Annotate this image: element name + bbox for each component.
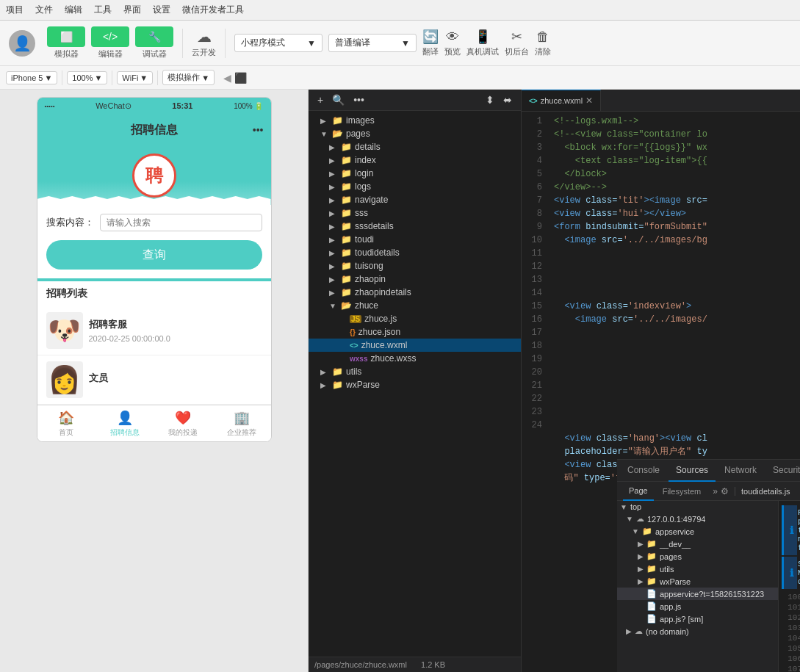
tab-security[interactable]: Security (765, 460, 800, 482)
tree-item-sssdetails[interactable]: ▶ 📁 sssdetails (309, 220, 521, 233)
tree-item-utils[interactable]: ▶ 📁 utils (309, 365, 521, 378)
phone-more-btn[interactable]: ••• (253, 124, 264, 136)
rotate-left-btn[interactable]: ◀ (223, 72, 231, 84)
nav-jobs-label: 招聘信息 (110, 427, 140, 438)
tree-item-zhuce-js[interactable]: ▶ JS zhuce.js (309, 312, 521, 325)
tab-zhuce-wxml[interactable]: <> zhuce.wxml ✕ (522, 90, 601, 112)
device-selector[interactable]: iPhone 5 ▼ (6, 71, 57, 84)
menu-file[interactable]: 文件 (35, 4, 53, 16)
debugger-button[interactable]: 🔧 调试器 (135, 26, 173, 59)
list-item-0[interactable]: 🐶 招聘客服 2020-02-25 00:00:00.0 (37, 306, 271, 355)
list-item-1[interactable]: 👩 文员 (37, 355, 271, 405)
tab-network[interactable]: Network (717, 460, 764, 482)
tab-console[interactable]: Console (620, 460, 667, 482)
rotate-right-btn[interactable]: ⬛ (234, 72, 247, 84)
nav-apply[interactable]: ❤️ 我的投递 (154, 405, 213, 441)
tree-item-zhuce-wxml[interactable]: ▶ <> zhuce.wxml (309, 339, 521, 352)
dt-appservice[interactable]: ▼ 📁 appservice (617, 525, 778, 538)
tree-item-zhaopindetails[interactable]: ▶ 📁 zhaopindetails (309, 286, 521, 299)
item-info-1: 文员 (89, 372, 262, 388)
file-toolbar: + 🔍 ••• ⬍ ⬌ (309, 90, 521, 111)
tree-arrow: ▶ (329, 236, 338, 244)
cloud-dev-button[interactable]: ☁ 云开发 (192, 28, 216, 58)
editor-button[interactable]: </> 编辑器 (91, 26, 129, 59)
menu-wechat-dev[interactable]: 微信开发者工具 (182, 4, 244, 16)
signal-dots: ••••• (45, 103, 55, 109)
search-input[interactable] (100, 214, 262, 231)
tree-item-index[interactable]: ▶ 📁 index (309, 153, 521, 167)
devtools-settings[interactable]: ⚙ (721, 486, 729, 496)
subtab-page[interactable]: Page (623, 482, 654, 501)
tree-item-toudidetails[interactable]: ▶ 📁 toudidetails (309, 246, 521, 259)
tree-item-logs[interactable]: ▶ 📁 logs (309, 180, 521, 193)
menu-edit[interactable]: 编辑 (65, 4, 82, 16)
tree-item-sss[interactable]: ▶ 📁 sss (309, 206, 521, 220)
tree-item-zhuce-wxss[interactable]: ▶ wxss zhuce.wxss (309, 352, 521, 365)
collapse-btn[interactable]: ⬍ (483, 93, 497, 107)
preview-button[interactable]: 👁 预览 (444, 29, 461, 57)
menu-tools[interactable]: 工具 (94, 4, 112, 16)
info-bar-1[interactable]: ℹ Pretty-print this minified file? (782, 505, 797, 555)
action-selector[interactable]: 模拟操作 ▼ (162, 70, 215, 85)
nav-home[interactable]: 🏠 首页 (37, 405, 96, 441)
file-more-btn[interactable]: ••• (350, 93, 367, 107)
tree-item-login[interactable]: ▶ 📁 login (309, 167, 521, 180)
cut-button[interactable]: ✂ 切后台 (505, 29, 529, 57)
apply-icon: ❤️ (175, 410, 191, 426)
tree-arrow: ▶ (329, 275, 338, 283)
real-device-button[interactable]: 📱 真机调试 (466, 29, 499, 57)
dt-dev[interactable]: ▶ 📁 __dev__ (617, 538, 778, 550)
tree-item-zhuce-json[interactable]: ▶ {} zhuce.json (309, 325, 521, 339)
dt-utils[interactable]: ▶ 📁 utils (617, 563, 778, 575)
subtab-filesystem[interactable]: Filesystem (657, 482, 707, 501)
dt-pages[interactable]: ▶ 📁 pages (617, 550, 778, 563)
tree-item-pages[interactable]: ▼ 📂 pages (309, 127, 521, 140)
query-button[interactable]: 查询 (46, 240, 262, 270)
file-tab-toudidetails[interactable]: toudidetails.js (735, 487, 796, 496)
tree-item-images[interactable]: ▶ 📁 images (309, 114, 521, 127)
tree-item-tuisong[interactable]: ▶ 📁 tuisong (309, 259, 521, 272)
menu-project[interactable]: 项目 (6, 4, 24, 16)
tab-sources[interactable]: Sources (669, 460, 716, 482)
mode-selector[interactable]: 小程序模式 ▼ (234, 34, 322, 52)
info-icon-1: ℹ (790, 524, 793, 537)
dt-nodomain[interactable]: ▶ ☁ (no domain) (617, 625, 778, 637)
tree-item-wxparse[interactable]: ▶ 📁 wxParse (309, 378, 521, 391)
dt-top[interactable]: ▼ top (617, 501, 778, 513)
zoom-chevron: ▼ (94, 73, 102, 82)
nav-recommend-label: 企业推荐 (227, 427, 256, 438)
info-bar-2[interactable]: ℹ Source Map detected. (782, 557, 797, 589)
folder-icon: 📁 (341, 234, 352, 245)
menu-ui[interactable]: 界面 (123, 4, 141, 16)
refresh-button[interactable]: 🔄 翻译 (422, 29, 439, 57)
nav-jobs[interactable]: 👤 招聘信息 (96, 405, 154, 441)
phone-status-bar: ••••• WeChat⊙ 15:31 100% 🔋 (37, 98, 271, 114)
dt-wxparse[interactable]: ▶ 📁 wxParse (617, 575, 778, 588)
action-chevron: ▼ (201, 73, 209, 82)
tree-item-toudi[interactable]: ▶ 📁 toudi (309, 233, 521, 246)
menu-settings[interactable]: 设置 (153, 4, 170, 16)
folder-icon: 📁 (332, 115, 343, 126)
dt-127[interactable]: ▼ ☁ 127.0.0.1:49794 (617, 513, 778, 525)
tree-item-details[interactable]: ▶ 📁 details (309, 140, 521, 153)
tree-item-navigate[interactable]: ▶ 📁 navigate (309, 193, 521, 206)
simulator-button[interactable]: ⬜ 模拟器 (47, 26, 85, 59)
network-selector[interactable]: WiFi ▼ (117, 71, 153, 84)
dt-appjs[interactable]: ▶ 📄 app.js (617, 600, 778, 613)
dt-appjs-sm[interactable]: ▶ 📄 app.js? [sm] (617, 613, 778, 625)
search-file-btn[interactable]: 🔍 (329, 93, 347, 107)
compile-selector[interactable]: 普通编译 ▼ (328, 34, 417, 52)
avatar: 👤 (9, 30, 35, 57)
tree-item-zhaopin[interactable]: ▶ 📁 zhaopin (309, 272, 521, 286)
dt-appservice-url[interactable]: ▶ 📄 appservice?t=158261531223 (617, 588, 778, 600)
tab-close-btn[interactable]: ✕ (585, 95, 593, 106)
clear-button[interactable]: 🗑 清除 (535, 29, 551, 57)
subtab-more[interactable]: » (713, 486, 718, 496)
expand-btn[interactable]: ⬌ (500, 93, 515, 107)
add-file-btn[interactable]: + (314, 93, 326, 107)
tree-item-zhuce[interactable]: ▼ 📂 zhuce (309, 299, 521, 312)
devtools-code-view[interactable]: ℹ Pretty-print this minified file? ℹ Sou… (779, 501, 800, 672)
dt-arrow: ▼ (626, 515, 633, 523)
zoom-selector[interactable]: 100% ▼ (67, 71, 107, 84)
nav-recommend[interactable]: 🏢 企业推荐 (212, 405, 271, 441)
